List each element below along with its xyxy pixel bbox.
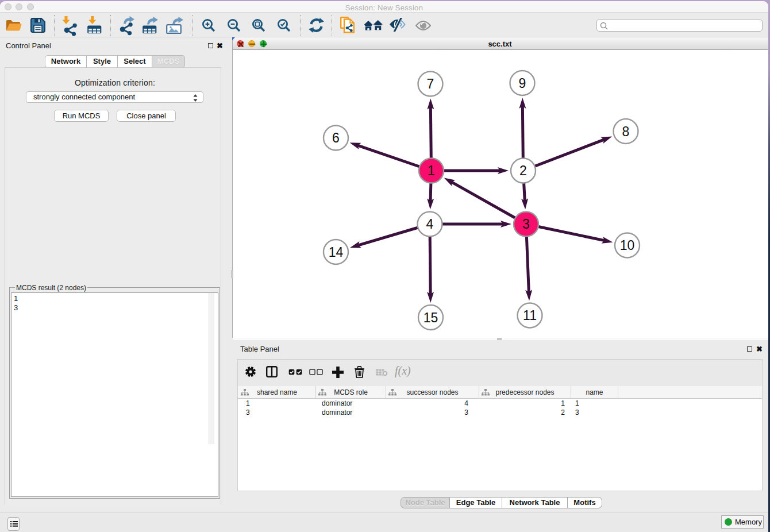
svg-text:6: 6 bbox=[332, 130, 340, 145]
svg-text:4: 4 bbox=[426, 217, 434, 232]
svg-text:9: 9 bbox=[519, 76, 526, 91]
svg-text:2: 2 bbox=[519, 163, 527, 178]
svg-text:7: 7 bbox=[427, 76, 434, 91]
svg-text:14: 14 bbox=[329, 245, 344, 260]
svg-text:3: 3 bbox=[522, 217, 530, 232]
svg-text:11: 11 bbox=[523, 308, 537, 323]
svg-text:1: 1 bbox=[428, 163, 435, 178]
svg-text:8: 8 bbox=[622, 124, 630, 139]
svg-text:15: 15 bbox=[424, 310, 438, 325]
svg-text:10: 10 bbox=[620, 238, 635, 253]
